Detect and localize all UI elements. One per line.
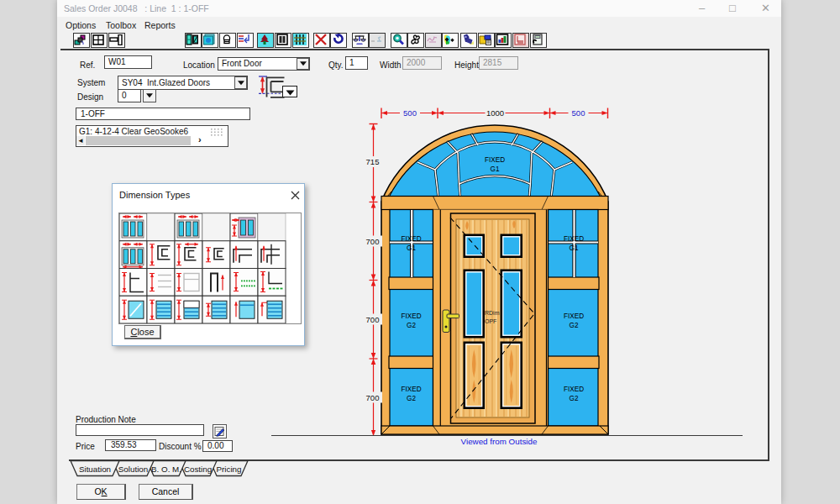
svg-text:FIXED: FIXED xyxy=(564,312,584,320)
svg-text:G1: G1 xyxy=(407,244,416,252)
svg-text:Costing: Costing xyxy=(184,465,212,474)
svg-text:FIXED: FIXED xyxy=(564,235,584,243)
svg-text:500: 500 xyxy=(572,108,585,118)
svg-text:715: 715 xyxy=(366,157,380,166)
svg-text:OPF: OPF xyxy=(485,318,496,324)
svg-text:G2: G2 xyxy=(407,322,416,329)
svg-text:G1: G1 xyxy=(570,244,579,252)
svg-text:Solution: Solution xyxy=(118,465,148,474)
svg-text:FIXED: FIXED xyxy=(401,312,421,320)
svg-text:Pricing: Pricing xyxy=(217,465,242,474)
svg-text:FIXED: FIXED xyxy=(485,156,505,164)
svg-text:FIXED: FIXED xyxy=(401,235,421,243)
svg-text:700: 700 xyxy=(366,315,380,324)
svg-text:B. O. M.: B. O. M. xyxy=(151,465,181,474)
svg-text:G1: G1 xyxy=(491,165,500,173)
svg-text:G2: G2 xyxy=(570,395,579,402)
svg-text:700: 700 xyxy=(366,393,380,402)
svg-text:700: 700 xyxy=(366,237,380,246)
svg-text:1000: 1000 xyxy=(486,108,504,118)
svg-text:G2: G2 xyxy=(570,322,579,329)
svg-text:500: 500 xyxy=(403,108,417,118)
svg-text:Situation: Situation xyxy=(79,465,111,474)
svg-text:FIXED: FIXED xyxy=(564,386,584,393)
svg-text:G2: G2 xyxy=(407,395,416,402)
svg-text:FIXED: FIXED xyxy=(401,386,421,393)
svg-text:RDim: RDim xyxy=(485,310,500,316)
